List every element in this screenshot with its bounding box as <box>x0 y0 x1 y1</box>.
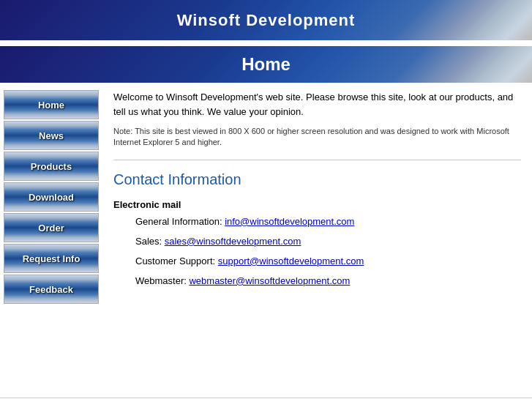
nav-label-download: Download <box>29 192 74 203</box>
email-row-general: General Information: info@winsoftdevelop… <box>135 216 521 227</box>
site-title: Winsoft Development <box>177 11 356 30</box>
webmaster-label: Webmaster: <box>135 275 189 286</box>
general-email-link[interactable]: info@winsoftdevelopment.com <box>225 216 354 227</box>
support-label: Customer Support: <box>135 256 218 266</box>
content-area: Welcome to Winsoft Development's web sit… <box>102 90 532 383</box>
nav-label-products: Products <box>31 161 72 172</box>
sidebar-item-home[interactable]: Home <box>4 90 99 119</box>
webmaster-email-link[interactable]: webmaster@winsoftdevelopment.com <box>189 275 350 286</box>
general-label: General Information: <box>135 216 225 227</box>
sidebar-item-feedback[interactable]: Feedback <box>4 275 99 304</box>
email-row-webmaster: Webmaster: webmaster@winsoftdevelopment.… <box>135 275 521 286</box>
main-layout: Home News Products Download Order Reques… <box>0 90 532 383</box>
nav-label-feedback: Feedback <box>29 284 73 295</box>
nav-label-order: Order <box>38 223 64 234</box>
page-title-banner: Home <box>0 46 532 83</box>
email-row-sales: Sales: sales@winsoftdevelopment.com <box>135 236 521 247</box>
note-text: Note: This site is best viewed in 800 X … <box>113 126 521 160</box>
email-section-label: Electronic mail <box>113 199 521 210</box>
welcome-text: Welcome to Winsoft Development's web sit… <box>113 90 521 119</box>
header-banner: Winsoft Development <box>0 0 532 40</box>
sidebar-item-request-info[interactable]: Request Info <box>4 244 99 273</box>
email-row-support: Customer Support: support@winsoftdevelop… <box>135 256 521 266</box>
nav-label-news: News <box>39 130 64 141</box>
nav-label-request-info: Request Info <box>23 253 80 264</box>
sales-email-link[interactable]: sales@winsoftdevelopment.com <box>165 236 301 247</box>
sidebar: Home News Products Download Order Reques… <box>0 90 102 383</box>
page-title: Home <box>241 54 291 75</box>
sidebar-item-order[interactable]: Order <box>4 213 99 242</box>
contact-heading: Contact Information <box>113 171 521 188</box>
nav-label-home: Home <box>38 100 64 111</box>
sales-label: Sales: <box>135 236 165 247</box>
support-email-link[interactable]: support@winsoftdevelopment.com <box>218 256 364 266</box>
sidebar-item-products[interactable]: Products <box>4 152 99 181</box>
sidebar-item-download[interactable]: Download <box>4 182 99 212</box>
sidebar-item-news[interactable]: News <box>4 121 99 150</box>
